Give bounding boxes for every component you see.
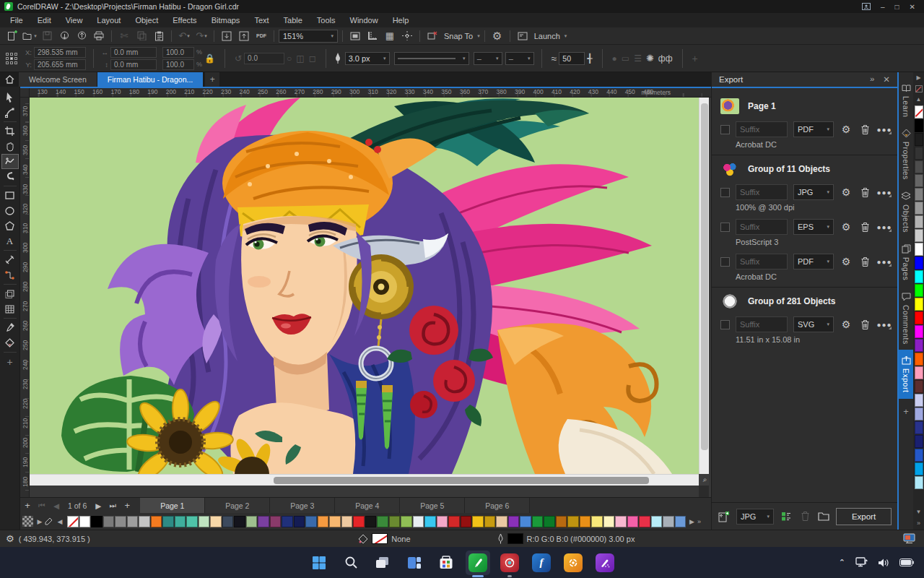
color-swatch[interactable] <box>329 516 341 527</box>
page-tab[interactable]: Page 6 <box>465 498 530 514</box>
color-eyedropper-tool[interactable] <box>1 320 19 335</box>
color-swatch[interactable] <box>915 407 923 420</box>
object-height-input[interactable] <box>110 59 157 70</box>
battery-icon[interactable] <box>899 558 914 566</box>
drop-shadow-tool[interactable] <box>1 286 19 301</box>
add-tool-button[interactable]: + <box>1 354 19 369</box>
color-swatch[interactable] <box>186 516 198 527</box>
show-grid-icon[interactable]: ▦ <box>382 29 398 43</box>
color-swatch[interactable] <box>915 284 923 297</box>
docker-tab-learn[interactable]: Learn <box>899 78 913 123</box>
status-gear-icon[interactable]: ⚙ <box>6 533 14 544</box>
more-options-icon[interactable]: ●●● <box>877 256 892 267</box>
color-swatch[interactable] <box>663 516 674 527</box>
palette-eyedropper-icon[interactable] <box>45 517 55 525</box>
menu-item[interactable]: Edit <box>30 14 58 26</box>
menu-item[interactable]: Layout <box>90 14 128 26</box>
color-swatch[interactable] <box>915 188 923 201</box>
undo-icon[interactable]: ↶▾ <box>176 29 192 43</box>
add-export-icon[interactable] <box>718 510 731 523</box>
color-swatch[interactable] <box>79 516 91 527</box>
color-swatch[interactable] <box>556 516 567 527</box>
horizontal-scrollbar-thumb[interactable] <box>274 477 649 484</box>
last-page-icon[interactable]: ⏭ <box>105 501 120 510</box>
color-swatch[interactable] <box>472 516 484 527</box>
artistic-media-tool[interactable] <box>1 169 19 184</box>
crop-tool[interactable] <box>1 124 19 139</box>
color-swatch[interactable] <box>915 339 923 352</box>
color-swatch[interactable] <box>915 105 923 118</box>
docker-tab-pages[interactable]: Pages <box>899 238 913 286</box>
color-swatch[interactable] <box>915 394 923 407</box>
pan-tool[interactable] <box>1 139 19 154</box>
color-swatch[interactable] <box>461 516 472 527</box>
start-arrowhead-select[interactable]: –▾ <box>474 52 502 65</box>
volume-icon[interactable] <box>878 558 889 568</box>
menu-item[interactable]: Effects <box>165 14 204 26</box>
color-swatch[interactable] <box>915 202 923 215</box>
home-icon[interactable] <box>0 72 19 87</box>
color-swatch[interactable] <box>915 380 923 393</box>
document-tab[interactable]: Firman Hatibu - Dragon... <box>97 72 204 87</box>
docker-tab-export[interactable]: Export <box>899 350 913 398</box>
select-all-formats-icon[interactable] <box>780 510 793 523</box>
menu-item[interactable]: View <box>58 14 90 26</box>
line-style-select[interactable]: ▾ <box>394 52 469 65</box>
first-page-icon[interactable]: ⏮ <box>35 501 49 510</box>
page-tab[interactable]: Page 4 <box>335 498 400 514</box>
coreldraw-taskbar-button[interactable] <box>466 551 490 575</box>
format-select[interactable]: JPG▾ <box>793 184 834 200</box>
color-swatch[interactable] <box>139 516 150 527</box>
color-swatch[interactable] <box>520 516 531 527</box>
cloud-save-icon[interactable] <box>74 29 90 43</box>
color-swatch[interactable] <box>915 270 923 283</box>
delete-export-icon[interactable] <box>858 255 871 268</box>
suffix-input[interactable] <box>736 254 788 269</box>
freehand-tool[interactable] <box>1 154 19 169</box>
task-view-button[interactable] <box>370 551 395 575</box>
color-swatch[interactable] <box>413 516 424 527</box>
color-swatch[interactable] <box>580 516 591 527</box>
open-icon[interactable]: ▾ <box>22 29 38 43</box>
snap-to-label[interactable]: Snap To <box>444 32 473 40</box>
palette-scroll-down-icon[interactable]: ▼ <box>916 509 922 515</box>
palette-expand-icon[interactable]: » <box>697 518 701 525</box>
color-swatch[interactable] <box>915 449 923 462</box>
corel-cloud-taskbar-button[interactable] <box>561 551 585 575</box>
minimize-button[interactable]: – <box>881 3 885 11</box>
color-swatch[interactable] <box>246 516 258 527</box>
end-arrowhead-select[interactable]: –▾ <box>505 52 534 65</box>
connector-tool[interactable] <box>1 267 19 282</box>
color-swatch[interactable] <box>127 516 139 527</box>
fullscreen-preview-icon[interactable] <box>347 29 363 43</box>
append-page-button[interactable]: + <box>120 500 134 511</box>
export-button[interactable]: Export <box>836 508 892 525</box>
color-swatch[interactable] <box>294 516 305 527</box>
reduce-nodes-icon[interactable]: ✺ <box>646 53 654 64</box>
rotation-angle-input[interactable] <box>244 53 284 64</box>
add-docker-button[interactable]: + <box>903 406 909 417</box>
color-swatch[interactable] <box>103 516 115 527</box>
document-tab[interactable]: Welcome Screen <box>19 72 97 87</box>
snap-off-icon[interactable] <box>424 29 440 43</box>
color-swatch[interactable] <box>915 147 923 160</box>
format-select[interactable]: SVG▾ <box>793 316 834 332</box>
options-gear-icon[interactable]: ⚙ <box>489 29 505 43</box>
color-swatch[interactable] <box>915 462 923 475</box>
node-sliders-icon[interactable]: фф <box>658 53 673 64</box>
color-proof-monitor-icon[interactable] <box>903 533 915 544</box>
y-position-input[interactable] <box>34 59 86 70</box>
outline-color-swatch[interactable] <box>507 533 523 544</box>
menu-item[interactable]: Bitmaps <box>204 14 248 26</box>
delete-export-icon[interactable] <box>858 220 871 233</box>
export-item-checkbox[interactable] <box>720 257 730 267</box>
color-swatch[interactable] <box>915 174 923 187</box>
save-icon[interactable] <box>39 29 55 43</box>
color-swatch[interactable] <box>915 229 923 242</box>
export-settings-gear-icon[interactable]: ⚙ <box>840 123 853 136</box>
outline-width-select[interactable]: 3.0 px▾ <box>345 52 390 65</box>
color-swatch[interactable] <box>591 516 603 527</box>
pattern-swatch[interactable] <box>22 516 33 527</box>
color-swatch[interactable] <box>365 516 377 527</box>
color-swatch[interactable] <box>389 516 401 527</box>
